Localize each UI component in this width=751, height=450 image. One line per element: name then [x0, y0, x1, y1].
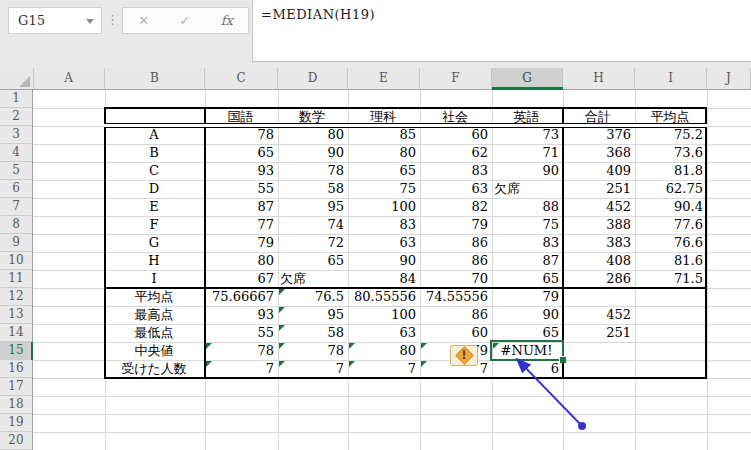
cell-D7[interactable]: 95 [280, 199, 344, 215]
cell-F11[interactable]: 70 [422, 271, 488, 287]
cell-H8[interactable]: 388 [565, 217, 631, 233]
cell-I7[interactable]: 90.4 [637, 199, 703, 215]
column-header-J[interactable]: J [707, 68, 751, 89]
cell-D4[interactable]: 90 [280, 145, 344, 161]
cell-H4[interactable]: 368 [565, 145, 631, 161]
cell-I4[interactable]: 73.6 [637, 145, 703, 161]
cell-C6[interactable]: 55 [207, 181, 274, 197]
cell-E14[interactable]: 63 [350, 325, 416, 341]
cell-D16[interactable]: 7 [280, 361, 344, 377]
cell-F7[interactable]: 82 [422, 199, 488, 215]
cell-B9[interactable]: G [107, 235, 201, 251]
cell-D14[interactable]: 58 [280, 325, 344, 341]
row-header-13[interactable]: 13 [0, 306, 32, 324]
cell-F5[interactable]: 83 [422, 163, 488, 179]
row-header-1[interactable]: 1 [0, 90, 32, 108]
row-header-8[interactable]: 8 [0, 216, 32, 234]
row-header-16[interactable]: 16 [0, 360, 32, 378]
cell-E11[interactable]: 84 [350, 271, 416, 287]
cell-B11[interactable]: I [107, 271, 201, 287]
cell-D5[interactable]: 78 [280, 163, 344, 179]
column-header-G[interactable]: G [492, 68, 563, 89]
name-box-dropdown-icon[interactable] [86, 19, 94, 24]
column-header-I[interactable]: I [635, 68, 707, 89]
cell-E8[interactable]: 83 [350, 217, 416, 233]
cell-B14[interactable]: 最低点 [107, 325, 201, 341]
cell-B15[interactable]: 中央値 [107, 343, 201, 359]
cell-H3[interactable]: 376 [565, 127, 631, 143]
cell-H11[interactable]: 286 [565, 271, 631, 287]
row-header-10[interactable]: 10 [0, 252, 32, 270]
cell-B6[interactable]: D [107, 181, 201, 197]
cell-G12[interactable]: 79 [494, 289, 559, 305]
cell-E2[interactable]: 理科 [350, 109, 416, 125]
cell-I8[interactable]: 77.6 [637, 217, 703, 233]
cell-C2[interactable]: 国語 [207, 109, 274, 125]
cell-H9[interactable]: 383 [565, 235, 631, 251]
cell-H7[interactable]: 452 [565, 199, 631, 215]
cell-E4[interactable]: 80 [350, 145, 416, 161]
row-header-11[interactable]: 11 [0, 270, 32, 288]
row-header-17[interactable]: 17 [0, 378, 32, 396]
cell-C14[interactable]: 55 [207, 325, 274, 341]
column-header-D[interactable]: D [278, 68, 348, 89]
cell-E15[interactable]: 80 [350, 343, 416, 359]
cell-B8[interactable]: F [107, 217, 201, 233]
cell-G4[interactable]: 71 [494, 145, 559, 161]
cell-D11[interactable]: 欠席 [280, 271, 344, 287]
cell-G16[interactable]: 6 [494, 361, 559, 377]
row-header-7[interactable]: 7 [0, 198, 32, 216]
cell-E9[interactable]: 63 [350, 235, 416, 251]
cell-B7[interactable]: E [107, 199, 201, 215]
column-header-A[interactable]: A [33, 68, 105, 89]
cell-E10[interactable]: 90 [350, 253, 416, 269]
cell-G8[interactable]: 75 [494, 217, 559, 233]
cell-G3[interactable]: 73 [494, 127, 559, 143]
cell-D13[interactable]: 95 [280, 307, 344, 323]
cell-E12[interactable]: 80.55556 [350, 289, 416, 305]
cell-F4[interactable]: 62 [422, 145, 488, 161]
cell-C4[interactable]: 65 [207, 145, 274, 161]
cell-G10[interactable]: 87 [494, 253, 559, 269]
cell-C7[interactable]: 87 [207, 199, 274, 215]
cell-D3[interactable]: 80 [280, 127, 344, 143]
cell-F9[interactable]: 86 [422, 235, 488, 251]
cell-F3[interactable]: 60 [422, 127, 488, 143]
row-header-19[interactable]: 19 [0, 414, 32, 432]
cell-C9[interactable]: 79 [207, 235, 274, 251]
cell-H13[interactable]: 452 [565, 307, 631, 323]
column-header-H[interactable]: H [563, 68, 635, 89]
cell-C3[interactable]: 78 [207, 127, 274, 143]
cell-F12[interactable]: 74.55556 [422, 289, 488, 305]
cell-I11[interactable]: 71.5 [637, 271, 703, 287]
cell-G2[interactable]: 英語 [494, 109, 559, 125]
name-box[interactable]: G15 [8, 7, 102, 34]
cell-I2[interactable]: 平均点 [637, 109, 703, 125]
column-header-C[interactable]: C [205, 68, 278, 89]
cell-I9[interactable]: 76.6 [637, 235, 703, 251]
cell-G13[interactable]: 90 [494, 307, 559, 323]
cell-I6[interactable]: 62.75 [637, 181, 703, 197]
cell-F14[interactable]: 60 [422, 325, 488, 341]
cell-E5[interactable]: 65 [350, 163, 416, 179]
cell-D6[interactable]: 58 [280, 181, 344, 197]
row-header-20[interactable]: 20 [0, 432, 32, 450]
cell-B5[interactable]: C [107, 163, 201, 179]
row-header-2[interactable]: 2 [0, 108, 32, 126]
cell-E6[interactable]: 75 [350, 181, 416, 197]
fill-handle[interactable] [559, 356, 566, 363]
cancel-icon[interactable]: ✕ [138, 9, 149, 32]
cell-E7[interactable]: 100 [350, 199, 416, 215]
select-all-corner[interactable] [0, 68, 34, 90]
row-header-6[interactable]: 6 [0, 180, 32, 198]
cell-B10[interactable]: H [107, 253, 201, 269]
row-header-18[interactable]: 18 [0, 396, 32, 414]
cell-D9[interactable]: 72 [280, 235, 344, 251]
cell-I5[interactable]: 81.8 [637, 163, 703, 179]
cell-C12[interactable]: 75.66667 [207, 289, 274, 305]
row-header-14[interactable]: 14 [0, 324, 32, 342]
cell-G14[interactable]: 65 [494, 325, 559, 341]
cell-H2[interactable]: 合計 [565, 109, 631, 125]
column-header-F[interactable]: F [420, 68, 492, 89]
cell-G6[interactable]: 欠席 [494, 181, 559, 197]
